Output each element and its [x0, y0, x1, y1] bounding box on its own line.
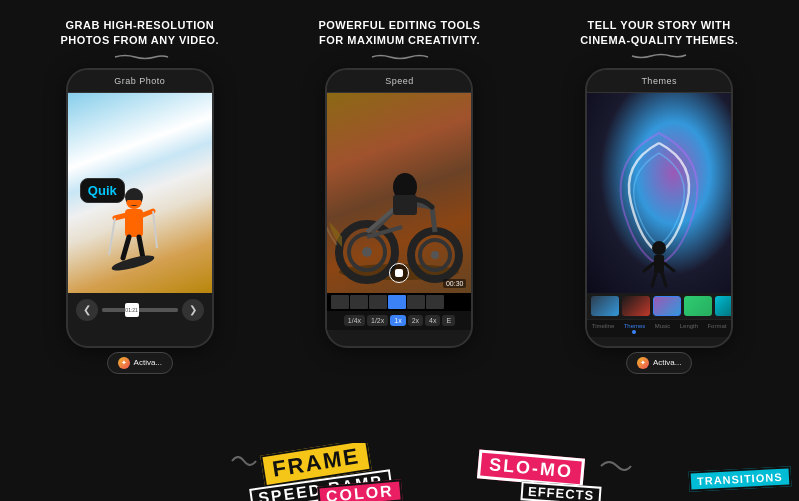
svg-line-23 [644, 263, 654, 271]
header-col-1: GRAB HIGH-RESOLUTION PHOTOS FROM ANY VID… [10, 18, 270, 60]
underline-1 [110, 52, 170, 60]
svg-line-5 [139, 237, 143, 258]
svg-point-21 [652, 241, 666, 255]
speed-btn-4x[interactable]: 4x [425, 315, 440, 326]
nav-music-label: Music [655, 323, 671, 329]
svg-rect-22 [654, 255, 664, 273]
phone-1-controls: ❮ 01:21 ❯ [68, 293, 212, 327]
svg-line-26 [662, 273, 666, 286]
film-cell-3 [369, 295, 387, 309]
timeline-bar[interactable]: 01:21 [102, 308, 178, 312]
film-cell-6 [426, 295, 444, 309]
heading-2: POWERFUL EDITING TOOLS FOR MAXIMUM CREAT… [280, 18, 520, 49]
timeline-thumb[interactable]: 01:21 [125, 303, 139, 317]
heading-3: TELL YOUR STORY WITH CINEMA-QUALITY THEM… [539, 18, 779, 49]
phone-1-title: Grab Photo [114, 76, 165, 86]
nav-item-themes[interactable]: Themes [624, 323, 646, 334]
phone-3-header: Themes [587, 70, 731, 93]
svg-rect-10 [127, 200, 141, 205]
underline-2 [370, 52, 430, 60]
svg-line-2 [115, 215, 127, 218]
svg-point-6 [110, 252, 155, 273]
bottom-nav: Timeline Themes Music Length Format [587, 319, 731, 337]
phone-1-header: Grab Photo [68, 70, 212, 93]
film-cell-2 [350, 295, 368, 309]
record-btn[interactable] [389, 263, 409, 283]
speed-btn-1x[interactable]: 1x [390, 315, 405, 326]
svg-line-8 [153, 211, 157, 248]
header-row: GRAB HIGH-RESOLUTION PHOTOS FROM ANY VID… [0, 0, 799, 68]
nav-item-length[interactable]: Length [680, 323, 698, 334]
star-icon-1: ✦ [118, 357, 130, 369]
timestamp-label: 01:21 [125, 307, 138, 313]
nav-length-label: Length [680, 323, 698, 329]
chevron-right-icon: ❯ [189, 304, 197, 315]
app-container: GRAB HIGH-RESOLUTION PHOTOS FROM ANY VID… [0, 0, 799, 501]
nav-item-timeline[interactable]: Timeline [592, 323, 614, 334]
header-col-3: TELL YOUR STORY WITH CINEMA-QUALITY THEM… [529, 18, 789, 60]
film-strip [327, 293, 471, 311]
speed-btn-half[interactable]: 1/2x [367, 315, 388, 326]
stickers-container: FRAME SPEED RAMP COLOR SLO-MO EFFECTS TR… [0, 443, 799, 501]
nav-timeline-label: Timeline [592, 323, 614, 329]
next-arrow-btn[interactable]: ❯ [182, 299, 204, 321]
speed-btn-2x[interactable]: 2x [408, 315, 423, 326]
svg-line-3 [143, 211, 153, 215]
phone-2-screen: 00:30 [327, 93, 471, 293]
activate-container-2: ✦ Activa... [626, 352, 692, 374]
prev-arrow-btn[interactable]: ❮ [76, 299, 98, 321]
theme-thumb-5[interactable] [715, 296, 731, 316]
speed-btn-quarter[interactable]: 1/4x [344, 315, 365, 326]
squiggle-left [230, 451, 260, 471]
chevron-left-icon: ❮ [83, 304, 91, 315]
quik-badge: Quik [80, 178, 125, 203]
theme-thumb-2[interactable] [622, 296, 650, 316]
nav-format-label: Format [707, 323, 726, 329]
phone-2-title: Speed [385, 76, 414, 86]
header-col-2: POWERFUL EDITING TOOLS FOR MAXIMUM CREAT… [270, 18, 530, 60]
heading-1: GRAB HIGH-RESOLUTION PHOTOS FROM ANY VID… [20, 18, 260, 49]
speed-buttons-row: 1/4x 1/2x 1x 2x 4x E [331, 315, 467, 326]
theme-thumb-1[interactable] [591, 296, 619, 316]
nav-item-music[interactable]: Music [655, 323, 671, 334]
phones-row: Quik Grab Photo [0, 68, 799, 501]
themes-controls [587, 293, 731, 319]
film-cell-5 [407, 295, 425, 309]
phone-1-wrapper: Quik Grab Photo [66, 68, 214, 374]
activate-label-1: Activa... [134, 358, 162, 367]
phone-3-title: Themes [641, 76, 677, 86]
film-cell-4-active [388, 295, 406, 309]
nav-item-format[interactable]: Format [707, 323, 726, 334]
nav-active-dot [632, 330, 636, 334]
svg-line-7 [109, 218, 115, 255]
phone-3: Themes [585, 68, 733, 348]
svg-point-17 [431, 251, 439, 259]
themes-bg [587, 93, 731, 293]
moto-bg: 00:30 [327, 93, 471, 293]
star-icon-2: ✦ [637, 357, 649, 369]
activate-container-1: ✦ Activa... [107, 352, 173, 374]
svg-line-24 [664, 263, 674, 271]
activate-btn-2[interactable]: ✦ Activa... [626, 352, 692, 374]
effects-sticker: EFFECTS [520, 481, 601, 501]
phone-3-screen [587, 93, 731, 293]
svg-line-25 [652, 273, 656, 286]
nav-themes-label: Themes [624, 323, 646, 329]
theme-thumb-3-active[interactable] [653, 296, 681, 316]
svg-line-4 [123, 237, 129, 258]
speed-controls: 1/4x 1/2x 1x 2x 4x E [327, 311, 471, 330]
phone-3-wrapper: Themes [585, 68, 733, 374]
light-trails-svg [587, 93, 731, 289]
activate-btn-1[interactable]: ✦ Activa... [107, 352, 173, 374]
squiggle-right [599, 456, 634, 476]
svg-point-14 [362, 247, 372, 257]
underline-3 [629, 52, 689, 60]
phone-2: Speed [325, 68, 473, 348]
video-time: 00:30 [443, 279, 467, 288]
theme-thumb-4[interactable] [684, 296, 712, 316]
speed-btn-e[interactable]: E [442, 315, 455, 326]
film-cell-1 [331, 295, 349, 309]
record-icon [395, 269, 403, 277]
transitions-sticker: TRANSITIONS [689, 466, 791, 491]
phone-2-header: Speed [327, 70, 471, 93]
